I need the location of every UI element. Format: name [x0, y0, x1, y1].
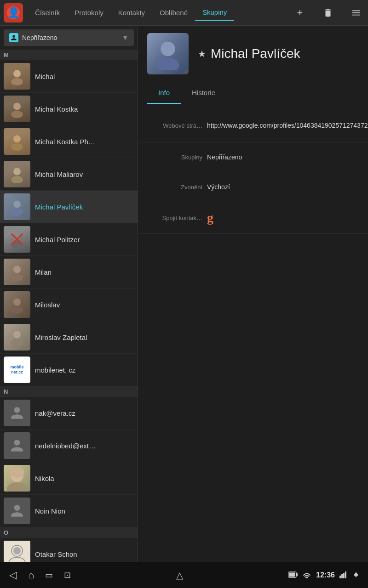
recents-button[interactable]: ▭ — [45, 570, 53, 580]
contact-item-noin-nion[interactable]: Noin Nion — [0, 495, 138, 527]
avatar-milan — [4, 259, 30, 285]
contact-item-otakar-schon[interactable]: Otakar Schon — [0, 538, 138, 562]
contact-name-miloslav: Miloslav — [35, 301, 134, 309]
avatar-otakar-schon — [4, 541, 30, 562]
menu-button[interactable] — [348, 5, 364, 21]
svg-point-9 — [11, 209, 23, 216]
avatar-noin-nion — [4, 498, 30, 524]
detail-value-website[interactable]: http://www.google.com/profiles/104638419… — [207, 122, 368, 129]
add-button[interactable]: + — [292, 5, 308, 21]
contact-item-michal-kostka[interactable]: Michal Kostka — [0, 93, 138, 125]
contact-list-panel: Nepřiřazeno ▼ M Michal Michal Kostka Mic… — [0, 26, 138, 562]
svg-point-8 — [13, 200, 21, 208]
svg-point-0 — [13, 70, 21, 77]
detail-row-zvoneni: Zvonění Výchozí › — [138, 172, 368, 202]
contact-name-nikola: Nikola — [35, 475, 134, 482]
top-navigation: 👤 Číselník Protokoly Kontakty Oblíbené S… — [0, 0, 368, 26]
system-bar: ◁ ⌂ ▭ ⊡ △ 12:36 — [0, 562, 368, 588]
avatar-mobilenet: mobilenet.cz — [4, 356, 30, 383]
detail-value-spojit-kontakt[interactable]: g — [207, 210, 368, 225]
contact-item-milan[interactable]: Milan — [0, 256, 138, 288]
avatar-michal-kostka — [4, 96, 30, 122]
nav-divider — [314, 6, 314, 20]
logo-icon: 👤 — [7, 7, 20, 19]
contact-item-michal-pavlicek[interactable]: Michal Pavlíček — [0, 191, 138, 223]
svg-point-11 — [11, 241, 23, 249]
detail-label-zvoneni: Zvonění — [147, 184, 202, 191]
group-selector[interactable]: Nepřiřazeno ▼ — [4, 29, 134, 46]
contact-item-nak-vera[interactable]: nak@vera.cz — [0, 397, 138, 430]
avatar-nedelniobed — [4, 432, 30, 459]
home-button[interactable]: ⌂ — [28, 569, 34, 581]
contact-item-miroslav-zapletal[interactable]: Miroslav Zapletal — [0, 321, 138, 354]
app-logo[interactable]: 👤 — [4, 3, 23, 23]
svg-point-26 — [13, 547, 21, 554]
detail-value-zvoneni: Výchozí — [207, 183, 368, 191]
section-header-o: O — [0, 527, 138, 538]
svg-point-28 — [157, 58, 179, 70]
fullscreen-button[interactable]: ⊡ — [64, 570, 71, 580]
delete-button[interactable] — [320, 5, 336, 21]
contact-name-michal: Michal — [35, 73, 134, 80]
header-name-row: ★ Michal Pavlíček — [198, 46, 300, 61]
avatar-michal-politzer — [4, 226, 30, 253]
favorite-star-icon[interactable]: ★ — [198, 48, 206, 59]
wifi-signal-icon — [302, 571, 311, 580]
nav-skupiny[interactable]: Skupiny — [195, 5, 234, 21]
contact-name-nedelniobed: nedelniobed@ext… — [35, 442, 134, 450]
svg-line-13 — [12, 234, 23, 245]
detail-section: Webové strá… http://www.google.com/profi… — [138, 104, 368, 562]
nav-protokoly[interactable]: Protokoly — [67, 5, 111, 20]
svg-rect-35 — [343, 573, 345, 578]
avatar-michal-kostka-ph — [4, 128, 30, 155]
svg-rect-31 — [289, 572, 295, 577]
up-button[interactable]: △ — [176, 570, 183, 581]
nav-kontakty[interactable]: Kontakty — [111, 5, 152, 20]
contact-item-michal[interactable]: Michal — [0, 60, 138, 93]
detail-row-spojit-kontakt: Spojit kontak… g — [138, 202, 368, 234]
svg-point-1 — [11, 78, 23, 85]
svg-point-17 — [11, 306, 23, 314]
contact-name-michal-kostka-ph: Michal Kostka Ph… — [35, 138, 134, 146]
contact-item-mobilenet[interactable]: mobilenet.cz mobilenet. cz — [0, 354, 138, 386]
contact-item-miloslav[interactable]: Miloslav — [0, 288, 138, 321]
svg-point-21 — [7, 482, 27, 492]
svg-rect-34 — [341, 574, 343, 578]
contact-item-nedelniobed[interactable]: nedelniobed@ext… — [0, 430, 138, 462]
contact-header: ★ Michal Pavlíček — [138, 26, 368, 82]
contact-item-nikola[interactable]: Nikola — [0, 462, 138, 495]
nav-items: Číselník Protokoly Kontakty Oblíbené Sku… — [28, 5, 292, 21]
contact-item-michal-politzer[interactable]: Michal Politzer — [0, 223, 138, 256]
contact-name-nak-vera: nak@vera.cz — [35, 409, 134, 417]
main-layout: Nepřiřazeno ▼ M Michal Michal Kostka Mic… — [0, 26, 368, 562]
svg-point-7 — [11, 176, 23, 183]
contact-name-michal-maliarov: Michal Maliarov — [35, 170, 134, 178]
contact-name-milan: Milan — [35, 268, 134, 276]
tab-info[interactable]: Info — [147, 82, 181, 104]
nav-ciselnik[interactable]: Číselník — [28, 5, 67, 20]
svg-rect-33 — [339, 576, 341, 578]
detail-row-skupiny: Skupiny Nepřiřazeno › — [138, 142, 368, 172]
svg-point-16 — [13, 298, 21, 305]
avatar-michal-maliarov — [4, 161, 30, 187]
contact-detail-panel: ★ Michal Pavlíček Info Historie Webové s… — [138, 26, 368, 562]
trash-icon — [323, 8, 333, 18]
contact-header-info: ★ Michal Pavlíček — [198, 46, 300, 61]
avatar-michal-pavlicek — [4, 193, 30, 220]
contact-item-michal-maliarov[interactable]: Michal Maliarov — [0, 158, 138, 191]
group-selector-arrow-icon: ▼ — [122, 34, 128, 41]
svg-point-3 — [11, 111, 23, 118]
contact-name-otakar-schon: Otakar Schon — [35, 550, 134, 558]
back-button[interactable]: ◁ — [9, 569, 17, 581]
detail-label-skupiny: Skupiny — [147, 154, 202, 161]
detail-tabs: Info Historie — [138, 82, 368, 104]
sys-status: 12:36 — [288, 571, 359, 580]
contact-name-michal-politzer: Michal Politzer — [35, 236, 134, 243]
tab-historie[interactable]: Historie — [181, 82, 226, 104]
contact-item-michal-kostka-ph[interactable]: Michal Kostka Ph… — [0, 125, 138, 158]
svg-point-15 — [11, 274, 23, 281]
svg-rect-36 — [345, 571, 346, 578]
nav-oblibene[interactable]: Oblíbené — [152, 5, 195, 20]
contact-name-noin-nion: Noin Nion — [35, 507, 134, 515]
section-header-n: N — [0, 386, 138, 397]
